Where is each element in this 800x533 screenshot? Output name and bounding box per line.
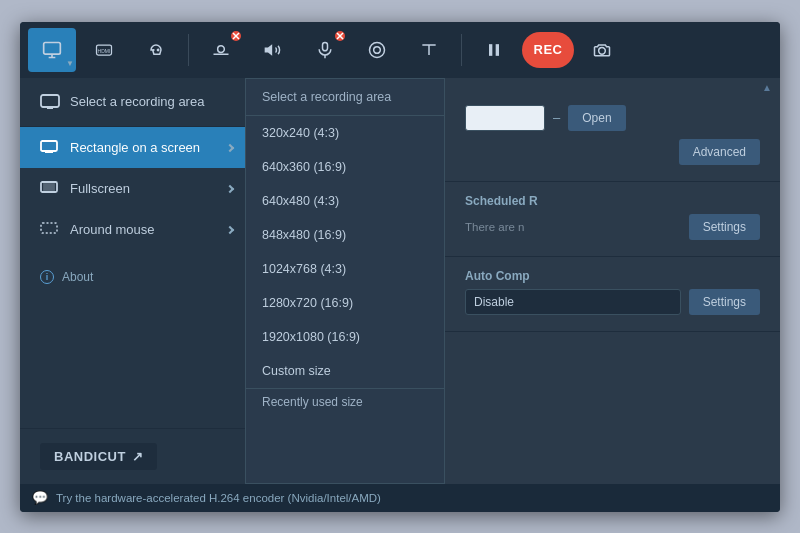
submenu-item-320x240[interactable]: 320x240 (4:3) [246, 116, 444, 150]
svg-point-17 [374, 46, 381, 53]
submenu-item-1280x720[interactable]: 1280x720 (16:9) [246, 286, 444, 320]
screen-capture-tool[interactable]: ▼ [28, 28, 76, 72]
svg-rect-30 [44, 184, 54, 190]
main-content: Select a recording area Rectangle on a s… [20, 78, 780, 484]
dash-separator: – [553, 110, 560, 125]
bandicut-logo: BANDICUT ↗ [40, 443, 157, 470]
scheduled-settings-button[interactable]: Settings [689, 214, 760, 240]
audio-tool[interactable] [249, 28, 297, 72]
sidebar-logo-area: BANDICUT ↗ [20, 428, 245, 484]
svg-rect-31 [41, 223, 57, 233]
scroll-up-icon: ▲ [762, 82, 772, 93]
app-window: ▼ HDMI [20, 22, 780, 512]
submenu-item-640x360[interactable]: 640x360 (16:9) [246, 150, 444, 184]
file-open-row: – Open [465, 105, 760, 131]
advanced-row: Advanced [465, 139, 760, 165]
submenu-header: Select a recording area [246, 79, 444, 116]
submenu-item-640x480[interactable]: 640x480 (4:3) [246, 184, 444, 218]
sidebar-item-rectangle[interactable]: Rectangle on a screen [20, 127, 245, 168]
rectangle-chevron [227, 142, 233, 153]
open-button[interactable]: Open [568, 105, 625, 131]
sidebar-item-around-mouse[interactable]: Around mouse [20, 209, 245, 250]
toolbar-separator-2 [461, 34, 462, 66]
sidebar-item-around-mouse-label: Around mouse [70, 222, 155, 237]
scheduled-text: There are n [465, 221, 524, 233]
rec-button[interactable]: REC [522, 32, 574, 68]
status-icon: 💬 [32, 490, 48, 505]
svg-rect-23 [41, 95, 59, 107]
svg-rect-21 [496, 44, 499, 56]
auto-comp-title: Auto Comp [465, 269, 760, 283]
svg-rect-26 [41, 141, 57, 151]
svg-text:HDMI: HDMI [98, 47, 111, 53]
file-path-input[interactable] [465, 105, 545, 131]
sidebar-item-fullscreen[interactable]: Fullscreen [20, 168, 245, 209]
toolbar-separator-1 [188, 34, 189, 66]
disable-select[interactable]: Disable [465, 289, 681, 315]
system-audio-tool[interactable] [353, 28, 401, 72]
submenu-item-1920x1080[interactable]: 1920x1080 (16:9) [246, 320, 444, 354]
info-icon: i [40, 270, 54, 284]
mic-tool[interactable] [301, 28, 349, 72]
submenu-item-848x480[interactable]: 848x480 (16:9) [246, 218, 444, 252]
sidebar-header-label: Select a recording area [70, 94, 204, 109]
svg-rect-0 [44, 42, 61, 54]
svg-point-16 [370, 42, 385, 57]
sidebar-about: i About [20, 258, 245, 296]
right-panel: ▲ – Open Advanced Scheduled R Th [445, 78, 780, 484]
auto-comp-settings-button[interactable]: Settings [689, 289, 760, 315]
hdmi-tool[interactable]: HDMI [80, 28, 128, 72]
svg-point-7 [157, 49, 158, 50]
submenu-item-1024x768[interactable]: 1024x768 (4:3) [246, 252, 444, 286]
scheduled-title: Scheduled R [465, 194, 760, 208]
around-mouse-chevron [227, 224, 233, 235]
sidebar-item-rectangle-label: Rectangle on a screen [70, 140, 200, 155]
svg-point-22 [599, 47, 606, 54]
svg-marker-11 [265, 44, 273, 56]
file-open-section: – Open Advanced [445, 93, 780, 182]
recording-area-submenu: Select a recording area 320x240 (4:3) 64… [245, 78, 445, 484]
auto-comp-row: Disable Settings [465, 289, 760, 315]
submenu-recently-used: Recently used size [246, 388, 444, 419]
sidebar-header: Select a recording area [20, 78, 245, 127]
text-tool[interactable] [405, 28, 453, 72]
toolbar: ▼ HDMI [20, 22, 780, 78]
about-label: About [62, 270, 93, 284]
status-bar: 💬 Try the hardware-accelerated H.264 enc… [20, 484, 780, 512]
svg-rect-12 [323, 42, 328, 50]
screenshot-tool[interactable] [578, 28, 626, 72]
scroll-up-area: ▲ [445, 78, 780, 93]
sidebar: Select a recording area Rectangle on a s… [20, 78, 245, 484]
submenu-item-custom[interactable]: Custom size [246, 354, 444, 388]
sidebar-item-fullscreen-label: Fullscreen [70, 181, 130, 196]
scheduled-row: There are n Settings [465, 214, 760, 240]
fullscreen-chevron [227, 183, 233, 194]
svg-point-8 [218, 45, 225, 52]
gamepad-tool[interactable] [132, 28, 180, 72]
svg-rect-20 [489, 44, 492, 56]
status-text: Try the hardware-accelerated H.264 encod… [56, 492, 381, 504]
scheduled-section: Scheduled R There are n Settings [445, 182, 780, 257]
advanced-button[interactable]: Advanced [679, 139, 760, 165]
pause-tool[interactable] [470, 28, 518, 72]
auto-comp-section: Auto Comp Disable Settings [445, 257, 780, 332]
webcam-tool[interactable] [197, 28, 245, 72]
